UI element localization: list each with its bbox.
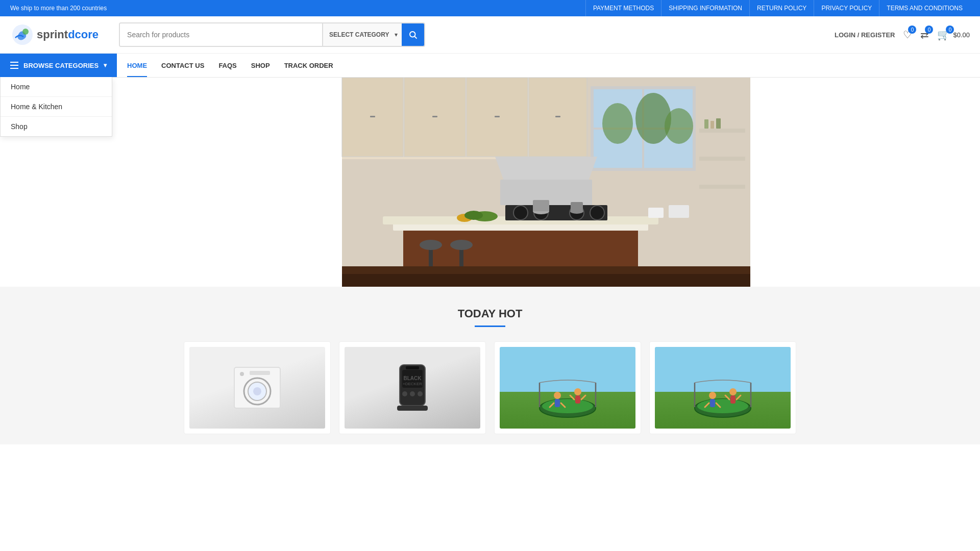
svg-rect-34 xyxy=(571,202,583,211)
categories-dropdown: Home Home & Kitchen Shop xyxy=(0,77,112,137)
svg-point-30 xyxy=(590,206,604,220)
svg-point-37 xyxy=(420,240,442,250)
svg-point-85 xyxy=(729,388,737,395)
svg-rect-18 xyxy=(432,116,437,117)
category-select-wrapper: SELECT CATEGORY Home & Kitchen Shop xyxy=(322,23,402,46)
svg-rect-39 xyxy=(699,129,745,133)
trampoline-icon xyxy=(534,378,601,429)
svg-point-73 xyxy=(574,388,581,395)
trampoline-icon-2 xyxy=(690,378,756,429)
svg-rect-46 xyxy=(669,205,689,218)
nav-contact[interactable]: CONTACT US xyxy=(161,54,204,77)
svg-point-62 xyxy=(418,391,423,396)
hero-section xyxy=(0,78,980,287)
svg-rect-19 xyxy=(495,116,500,117)
product-image-2: BLACK +DECKER xyxy=(345,347,480,429)
logo-text: sprintdcore xyxy=(37,28,99,41)
dropdown-item-shop[interactable]: Shop xyxy=(1,117,112,136)
svg-rect-20 xyxy=(555,116,560,117)
nav-track-order[interactable]: TRACK ORDER xyxy=(284,54,333,77)
svg-rect-63 xyxy=(397,406,428,411)
main-nav: BROWSE CATEGORIES ▾ Home Home & Kitchen … xyxy=(0,54,980,78)
compare-badge: 0 xyxy=(925,26,933,34)
svg-rect-40 xyxy=(699,157,745,161)
svg-point-51 xyxy=(464,211,483,220)
svg-rect-43 xyxy=(710,121,714,129)
logo-sprint: sprint xyxy=(37,28,68,41)
logo-icon xyxy=(10,22,35,47)
svg-rect-74 xyxy=(575,395,580,404)
hero-image-wrap xyxy=(112,78,980,287)
compare-link[interactable]: ⇄ 0 xyxy=(920,29,929,41)
svg-point-10 xyxy=(635,93,671,144)
top-bar: We ship to more than 200 countries PAYME… xyxy=(0,0,980,16)
svg-rect-48 xyxy=(342,266,750,274)
nav-home[interactable]: HOME xyxy=(127,54,147,77)
svg-line-76 xyxy=(581,395,585,399)
product-card-4[interactable] xyxy=(649,341,796,434)
products-grid: BLACK +DECKER xyxy=(184,341,796,434)
svg-rect-41 xyxy=(699,185,745,189)
category-select[interactable]: SELECT CATEGORY Home & Kitchen Shop xyxy=(323,23,402,46)
browse-categories-button[interactable]: BROWSE CATEGORIES ▾ xyxy=(0,54,117,77)
svg-point-61 xyxy=(410,391,415,396)
svg-text:+DECKER: +DECKER xyxy=(403,382,422,386)
dropdown-item-home-kitchen[interactable]: Home & Kitchen xyxy=(1,97,112,117)
svg-point-60 xyxy=(402,391,407,396)
payment-methods-link[interactable]: PAYMENT METHODS xyxy=(585,0,661,16)
browse-chevron-icon: ▾ xyxy=(104,62,107,69)
product-image-3 xyxy=(500,347,635,429)
today-hot-underline xyxy=(475,325,505,327)
shipping-info-link[interactable]: SHIPPING INFORMATION xyxy=(661,0,749,16)
svg-point-81 xyxy=(709,392,716,399)
svg-line-88 xyxy=(737,395,741,399)
nav-faqs[interactable]: FAQS xyxy=(218,54,236,77)
svg-rect-70 xyxy=(555,399,560,407)
product-card-1[interactable] xyxy=(184,341,331,434)
privacy-policy-link[interactable]: PRIVACY POLICY xyxy=(814,0,879,16)
cart-price: $0.00 xyxy=(953,31,970,39)
hamburger-icon xyxy=(10,62,18,69)
svg-rect-82 xyxy=(710,399,715,407)
svg-rect-42 xyxy=(704,119,708,129)
search-icon xyxy=(408,30,418,39)
svg-point-1 xyxy=(22,29,29,35)
today-hot-section: TODAY HOT xyxy=(0,287,980,444)
return-policy-link[interactable]: RETURN POLICY xyxy=(749,0,814,16)
logo-dcore: dcore xyxy=(68,28,99,41)
browse-categories-label: BROWSE CATEGORIES xyxy=(23,62,99,69)
header-actions: LOGIN / REGISTER ♡ 0 ⇄ 0 🛒 0 $0.00 xyxy=(835,29,970,41)
svg-point-11 xyxy=(665,108,693,144)
svg-rect-44 xyxy=(716,118,721,129)
cart-link[interactable]: 🛒 0 $0.00 xyxy=(937,29,970,41)
today-hot-title: TODAY HOT xyxy=(10,307,970,320)
product-card-3[interactable] xyxy=(494,341,641,434)
svg-point-9 xyxy=(602,103,633,144)
logo[interactable]: sprintdcore xyxy=(10,22,99,47)
nav-links: HOME CONTACT US FAQS SHOP TRACK ORDER xyxy=(117,54,344,77)
wishlist-link[interactable]: ♡ 0 xyxy=(903,29,912,41)
svg-rect-86 xyxy=(730,395,736,404)
search-button[interactable] xyxy=(402,23,424,46)
dropdown-item-home[interactable]: Home xyxy=(1,77,112,97)
svg-point-2 xyxy=(410,32,415,37)
hero-kitchen-image xyxy=(112,78,980,287)
svg-rect-17 xyxy=(370,116,375,117)
heater-icon: BLACK +DECKER xyxy=(389,362,435,413)
svg-rect-64 xyxy=(406,366,419,369)
svg-point-27 xyxy=(513,206,528,220)
shipping-text: We ship to more than 200 countries xyxy=(10,5,107,12)
nav-shop[interactable]: SHOP xyxy=(251,54,270,77)
header: sprintdcore SELECT CATEGORY Home & Kitch… xyxy=(0,16,980,54)
washer-icon xyxy=(232,365,283,411)
svg-point-69 xyxy=(554,392,561,399)
product-image-4 xyxy=(655,347,791,429)
svg-rect-57 xyxy=(250,371,270,375)
terms-link[interactable]: TERMS AND CONDITIONS xyxy=(879,0,970,16)
svg-text:BLACK: BLACK xyxy=(404,375,422,381)
search-input[interactable] xyxy=(120,23,322,46)
product-card-2[interactable]: BLACK +DECKER xyxy=(339,341,486,434)
svg-point-38 xyxy=(450,240,473,250)
login-register-link[interactable]: LOGIN / REGISTER xyxy=(835,31,895,39)
search-bar: SELECT CATEGORY Home & Kitchen Shop xyxy=(119,22,425,47)
